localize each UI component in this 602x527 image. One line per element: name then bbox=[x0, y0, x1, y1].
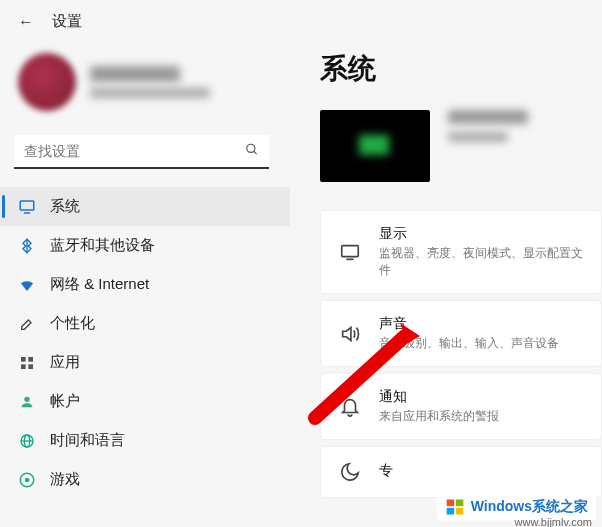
sidebar-item-label: 游戏 bbox=[50, 470, 80, 489]
sidebar-item-gaming[interactable]: 游戏 bbox=[0, 460, 290, 499]
svg-rect-20 bbox=[456, 508, 464, 515]
svg-point-13 bbox=[25, 477, 30, 482]
bell-icon bbox=[339, 396, 361, 418]
sidebar-item-bluetooth[interactable]: 蓝牙和其他设备 bbox=[0, 226, 290, 265]
svg-line-1 bbox=[254, 151, 257, 154]
search-field[interactable] bbox=[14, 135, 269, 169]
setting-title: 专 bbox=[379, 462, 393, 480]
device-sub bbox=[448, 132, 508, 142]
svg-rect-6 bbox=[21, 364, 26, 369]
setting-sub: 音量级别、输出、输入、声音设备 bbox=[379, 335, 559, 352]
svg-rect-14 bbox=[342, 246, 359, 257]
main-title: 系统 bbox=[320, 50, 602, 88]
globe-icon bbox=[18, 432, 36, 450]
game-icon bbox=[18, 471, 36, 489]
sidebar-item-apps[interactable]: 应用 bbox=[0, 343, 290, 382]
device-block[interactable] bbox=[320, 110, 602, 182]
watermark-text: Windows系统之家 bbox=[471, 498, 588, 516]
sidebar-item-label: 网络 & Internet bbox=[50, 275, 149, 294]
sidebar-item-personalization[interactable]: 个性化 bbox=[0, 304, 290, 343]
sidebar-item-label: 应用 bbox=[50, 353, 80, 372]
sidebar-item-label: 时间和语言 bbox=[50, 431, 125, 450]
sidebar: 系统 蓝牙和其他设备 网络 & Internet 个性化 应用 帐户 时间和 bbox=[0, 187, 290, 499]
apps-icon bbox=[18, 354, 36, 372]
main-panel: 系统 显示 监视器、亮度、夜间模式、显示配置文件 声音 音量级别、输出、输入、声… bbox=[320, 50, 602, 504]
wifi-icon bbox=[18, 276, 36, 294]
profile-sub bbox=[90, 88, 210, 98]
monitor-icon bbox=[18, 198, 36, 216]
device-name bbox=[448, 110, 528, 124]
svg-rect-4 bbox=[21, 357, 26, 362]
svg-point-0 bbox=[247, 144, 255, 152]
moon-icon bbox=[339, 461, 361, 483]
windows-logo-icon bbox=[445, 497, 465, 517]
svg-rect-2 bbox=[20, 201, 34, 210]
setting-title: 声音 bbox=[379, 315, 559, 333]
svg-rect-7 bbox=[28, 364, 33, 369]
bluetooth-icon bbox=[18, 237, 36, 255]
sidebar-item-label: 个性化 bbox=[50, 314, 95, 333]
avatar bbox=[18, 53, 76, 111]
page-title: 设置 bbox=[52, 12, 82, 31]
svg-rect-5 bbox=[28, 357, 33, 362]
setting-row-sound[interactable]: 声音 音量级别、输出、输入、声音设备 bbox=[320, 300, 602, 367]
setting-sub: 监视器、亮度、夜间模式、显示配置文件 bbox=[379, 245, 583, 279]
setting-title: 显示 bbox=[379, 225, 583, 243]
sidebar-item-label: 系统 bbox=[50, 197, 80, 216]
display-icon bbox=[339, 241, 361, 263]
svg-point-8 bbox=[24, 396, 29, 401]
sidebar-item-system[interactable]: 系统 bbox=[0, 187, 290, 226]
back-arrow-icon[interactable]: ← bbox=[18, 13, 34, 31]
setting-row-notifications[interactable]: 通知 来自应用和系统的警报 bbox=[320, 373, 602, 440]
sidebar-item-time-language[interactable]: 时间和语言 bbox=[0, 421, 290, 460]
setting-row-focus[interactable]: 专 bbox=[320, 446, 602, 498]
sidebar-item-accounts[interactable]: 帐户 bbox=[0, 382, 290, 421]
svg-rect-19 bbox=[446, 508, 454, 515]
device-thumbnail bbox=[320, 110, 430, 182]
brush-icon bbox=[18, 315, 36, 333]
search-input[interactable] bbox=[14, 135, 269, 167]
person-icon bbox=[18, 393, 36, 411]
setting-sub: 来自应用和系统的警报 bbox=[379, 408, 499, 425]
setting-title: 通知 bbox=[379, 388, 499, 406]
svg-rect-18 bbox=[456, 500, 464, 507]
profile-name bbox=[90, 66, 180, 82]
svg-rect-17 bbox=[446, 500, 454, 507]
sound-icon bbox=[339, 323, 361, 345]
search-icon bbox=[245, 143, 259, 160]
watermark-url: www.bjjmlv.com bbox=[515, 516, 592, 527]
sidebar-item-network[interactable]: 网络 & Internet bbox=[0, 265, 290, 304]
sidebar-item-label: 帐户 bbox=[50, 392, 80, 411]
sidebar-item-label: 蓝牙和其他设备 bbox=[50, 236, 155, 255]
setting-row-display[interactable]: 显示 监视器、亮度、夜间模式、显示配置文件 bbox=[320, 210, 602, 294]
